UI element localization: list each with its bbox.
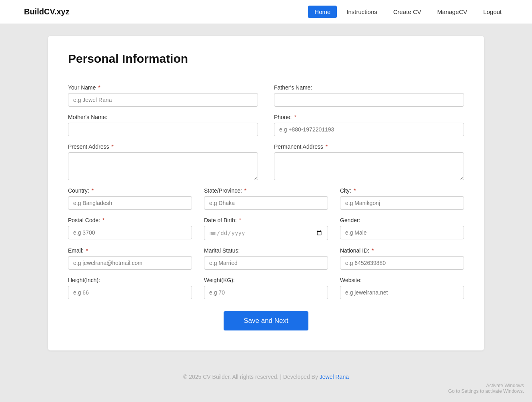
- mothers-name-group: Mother's Name:: [68, 114, 258, 136]
- your-name-group: Your Name *: [68, 84, 258, 107]
- email-required: *: [84, 247, 88, 254]
- row-email-marital-nid: Email: * Marital Status: National ID: *: [68, 247, 464, 270]
- row-name: Your Name * Father's Name:: [68, 84, 464, 107]
- permanent-address-group: Permanent Address *: [274, 143, 464, 180]
- present-required: *: [110, 143, 114, 150]
- windows-activate-line2: Go to Settings to activate Windows.: [448, 388, 524, 394]
- weight-input[interactable]: [204, 286, 328, 299]
- state-required: *: [243, 187, 246, 194]
- weight-group: Weight(KG):: [204, 277, 328, 299]
- footer: © 2025 CV Builder. All rights reserved. …: [0, 362, 532, 384]
- state-group: State/Province: *: [204, 187, 328, 210]
- nav-instructions[interactable]: Instructions: [340, 6, 384, 18]
- row-postal-dob-gender: Postal Code: * Date of Birth: * Gender:: [68, 217, 464, 240]
- your-name-label: Your Name *: [68, 84, 258, 91]
- phone-group: Phone: *: [274, 114, 464, 136]
- nid-label: National ID: *: [340, 247, 464, 254]
- fathers-name-label: Father's Name:: [274, 84, 464, 91]
- city-group: City: *: [340, 187, 464, 210]
- divider: [68, 73, 464, 73]
- save-next-button[interactable]: Save and Next: [224, 311, 308, 330]
- row-location: Country: * State/Province: * City: *: [68, 187, 464, 210]
- gender-label: Gender:: [340, 217, 464, 223]
- country-required: *: [90, 187, 94, 194]
- marital-input[interactable]: [204, 256, 328, 270]
- windows-activate: Activate Windows Go to Settings to activ…: [448, 383, 524, 394]
- state-input[interactable]: [204, 196, 328, 210]
- row-address: Present Address * Permanent Address *: [68, 143, 464, 180]
- navbar: BuildCV.xyz Home Instructions Create CV …: [0, 0, 532, 24]
- postal-label: Postal Code: *: [68, 217, 192, 223]
- email-label: Email: *: [68, 247, 192, 254]
- fathers-name-input[interactable]: [274, 93, 464, 107]
- postal-input[interactable]: [68, 226, 192, 239]
- permanent-address-input[interactable]: [274, 152, 464, 180]
- mothers-name-input[interactable]: [68, 123, 258, 136]
- your-name-input[interactable]: [68, 93, 258, 107]
- dob-input[interactable]: [204, 226, 328, 240]
- nid-required: *: [370, 247, 374, 254]
- row-parents-phone: Mother's Name: Phone: *: [68, 114, 464, 136]
- country-group: Country: *: [68, 187, 192, 210]
- page-title: Personal Information: [68, 52, 464, 66]
- footer-text: © 2025 CV Builder. All rights reserved. …: [183, 374, 320, 380]
- nav-links: Home Instructions Create CV ManageCV Log…: [308, 6, 508, 18]
- country-input[interactable]: [68, 196, 192, 210]
- phone-input[interactable]: [274, 123, 464, 136]
- present-address-group: Present Address *: [68, 143, 258, 180]
- postal-required: *: [101, 217, 104, 223]
- email-group: Email: *: [68, 247, 192, 270]
- nav-create-cv[interactable]: Create CV: [387, 6, 428, 18]
- height-label: Height(Inch):: [68, 277, 192, 283]
- brand-logo: BuildCV.xyz: [24, 7, 70, 16]
- nav-manage-cv[interactable]: ManageCV: [431, 6, 474, 18]
- website-input[interactable]: [340, 286, 464, 299]
- dob-label: Date of Birth: *: [204, 217, 328, 223]
- email-input[interactable]: [68, 256, 192, 270]
- phone-label: Phone: *: [274, 114, 464, 120]
- fathers-name-group: Father's Name:: [274, 84, 464, 107]
- row-height-weight-website: Height(Inch): Weight(KG): Website:: [68, 277, 464, 299]
- phone-required: *: [292, 114, 296, 120]
- gender-group: Gender:: [340, 217, 464, 240]
- gender-input[interactable]: [340, 226, 464, 239]
- weight-label: Weight(KG):: [204, 277, 328, 283]
- nid-group: National ID: *: [340, 247, 464, 270]
- page-wrapper: Personal Information Your Name * Father'…: [40, 36, 492, 350]
- mothers-name-label: Mother's Name:: [68, 114, 258, 120]
- required-star: *: [97, 84, 100, 91]
- dob-group: Date of Birth: *: [204, 217, 328, 240]
- height-input[interactable]: [68, 286, 192, 299]
- city-label: City: *: [340, 187, 464, 194]
- city-required: *: [352, 187, 356, 194]
- form-card: Personal Information Your Name * Father'…: [48, 36, 484, 350]
- state-label: State/Province: *: [204, 187, 328, 194]
- present-address-label: Present Address *: [68, 143, 258, 150]
- website-group: Website:: [340, 277, 464, 299]
- postal-group: Postal Code: *: [68, 217, 192, 240]
- nid-input[interactable]: [340, 256, 464, 270]
- city-input[interactable]: [340, 196, 464, 210]
- nav-home[interactable]: Home: [308, 6, 337, 18]
- marital-group: Marital Status:: [204, 247, 328, 270]
- country-label: Country: *: [68, 187, 192, 194]
- dob-required: *: [238, 217, 241, 223]
- footer-link[interactable]: Jewel Rana: [320, 374, 349, 380]
- present-address-input[interactable]: [68, 152, 258, 180]
- height-group: Height(Inch):: [68, 277, 192, 299]
- permanent-required: *: [324, 143, 328, 150]
- marital-label: Marital Status:: [204, 247, 328, 254]
- nav-logout[interactable]: Logout: [477, 6, 508, 18]
- website-label: Website:: [340, 277, 464, 283]
- permanent-address-label: Permanent Address *: [274, 143, 464, 150]
